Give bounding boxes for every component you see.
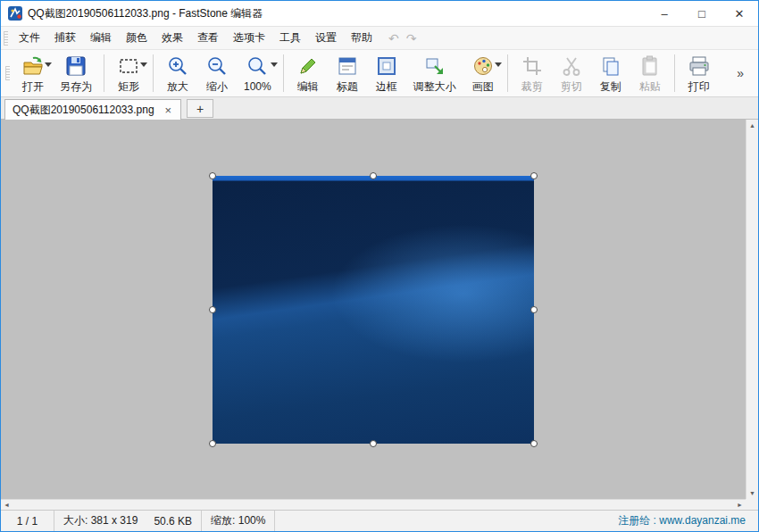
zoom-dropdown-arrow-icon[interactable] <box>271 62 278 67</box>
status-spacer <box>275 511 609 531</box>
selection-handle-n[interactable] <box>370 172 377 179</box>
caption-button[interactable]: 标题 <box>328 52 367 95</box>
status-image-size: 大小: 381 x 319 <box>63 513 138 528</box>
toolbar-grip <box>5 66 10 80</box>
printer-icon <box>688 54 711 78</box>
cut-label: 剪切 <box>561 80 582 93</box>
pencil-icon <box>296 54 320 78</box>
crop-icon <box>521 54 544 78</box>
clipboard-paste-icon <box>638 54 662 78</box>
border-label: 边框 <box>376 80 397 93</box>
canvas-viewport <box>1 120 746 499</box>
menu-effects[interactable]: 效果 <box>154 27 190 49</box>
border-frame-icon <box>375 54 398 78</box>
status-bar: 1 / 1 大小: 381 x 319 50.6 KB 缩放: 100% 注册给… <box>1 510 758 531</box>
menu-file[interactable]: 文件 <box>12 27 47 49</box>
caption-label: 标题 <box>337 80 358 93</box>
toolbar-separator <box>153 54 154 92</box>
rect-select-button[interactable]: 矩形 <box>109 52 148 95</box>
toolbar-separator <box>104 54 104 92</box>
menu-edit[interactable]: 编辑 <box>83 27 119 49</box>
open-label: 打开 <box>22 80 44 93</box>
scroll-down-arrow-icon[interactable]: ▼ <box>746 487 758 499</box>
copy-label: 复制 <box>600 80 621 93</box>
copy-button[interactable]: 复制 <box>591 52 630 95</box>
menu-tabs[interactable]: 选项卡 <box>226 27 272 49</box>
status-registered-to: 注册给 : www.dayanzai.me <box>609 511 758 531</box>
horizontal-scrollbar[interactable]: ◄ ► <box>1 499 746 510</box>
minimize-button[interactable]: – <box>646 1 683 26</box>
maximize-button[interactable]: □ <box>683 1 721 26</box>
draw-label: 画图 <box>472 80 494 93</box>
tab-active[interactable]: QQ截图20190506112033.png × <box>4 99 181 120</box>
window-controls: – □ ✕ <box>646 1 758 26</box>
toolbar-overflow-chevron[interactable]: » <box>731 62 749 84</box>
selection-handle-s[interactable] <box>370 440 377 447</box>
draw-button[interactable]: 画图 <box>463 52 503 95</box>
selection-handle-w[interactable] <box>209 306 216 313</box>
draw-dropdown-arrow-icon[interactable] <box>495 62 502 67</box>
menu-help[interactable]: 帮助 <box>344 27 380 49</box>
paste-button: 粘贴 <box>630 52 670 95</box>
resize-icon <box>423 54 446 78</box>
undo-icon[interactable]: ↶ <box>388 31 399 46</box>
selection-handle-se[interactable] <box>530 440 538 447</box>
faststone-app-icon <box>8 6 22 21</box>
zoom-100-button[interactable]: 100% <box>237 52 279 95</box>
image-selection[interactable] <box>213 176 534 444</box>
menu-bar: 文件 捕获 编辑 颜色 效果 查看 选项卡 工具 设置 帮助 ↶ ↷ <box>1 26 758 49</box>
zoom-out-label: 缩小 <box>206 80 228 93</box>
selection-handle-e[interactable] <box>530 306 538 313</box>
new-tab-button[interactable]: + <box>187 99 213 118</box>
zoom-out-button[interactable]: 缩小 <box>197 52 237 95</box>
rectangle-select-icon <box>117 54 140 78</box>
open-dropdown-arrow-icon[interactable] <box>45 62 52 67</box>
tab-label: QQ截图20190506112033.png <box>13 103 154 118</box>
print-button[interactable]: 打印 <box>680 52 719 95</box>
resize-button[interactable]: 调整大小 <box>406 52 463 95</box>
open-folder-icon <box>21 54 45 78</box>
status-zoom: 缩放: 100% <box>202 511 275 531</box>
scroll-up-arrow-icon[interactable]: ▲ <box>746 120 758 131</box>
scroll-right-arrow-icon[interactable]: ► <box>734 499 746 510</box>
save-as-button[interactable]: 另存为 <box>53 52 99 95</box>
paste-label: 粘贴 <box>639 80 661 93</box>
toolbar-separator <box>283 54 284 92</box>
save-as-label: 另存为 <box>60 80 92 93</box>
open-button[interactable]: 打开 <box>13 52 53 95</box>
vertical-scrollbar[interactable]: ▲ ▼ <box>746 120 758 499</box>
title-bar: QQ截图20190506112033.png - FastStone 编辑器 –… <box>1 1 758 26</box>
selection-handle-nw[interactable] <box>209 172 216 179</box>
image-content[interactable] <box>213 176 534 444</box>
zoom-100-icon <box>246 54 269 78</box>
print-label: 打印 <box>688 80 710 93</box>
tab-bar: QQ截图20190506112033.png × + <box>1 97 758 120</box>
menubar-grip <box>4 31 8 46</box>
close-button[interactable]: ✕ <box>721 1 758 26</box>
editor-canvas[interactable]: ▲ ▼ ◄ ► <box>1 120 758 510</box>
zoom-in-label: 放大 <box>167 80 188 93</box>
menu-view[interactable]: 查看 <box>190 27 226 49</box>
scroll-left-arrow-icon[interactable]: ◄ <box>1 499 13 510</box>
rect-select-dropdown-arrow-icon[interactable] <box>140 62 147 67</box>
status-file-size: 50.6 KB <box>154 515 192 528</box>
selection-handle-ne[interactable] <box>530 172 538 179</box>
menu-capture[interactable]: 捕获 <box>47 27 83 49</box>
zoom-out-icon <box>205 54 229 78</box>
crop-label: 裁剪 <box>521 80 543 93</box>
menu-colors[interactable]: 颜色 <box>119 27 154 49</box>
edit-button[interactable]: 编辑 <box>288 52 328 95</box>
tab-close-icon[interactable]: × <box>163 104 174 117</box>
status-size-cell: 大小: 381 x 319 50.6 KB <box>54 511 202 531</box>
window-title: QQ截图20190506112033.png - FastStone 编辑器 <box>28 6 263 21</box>
resize-label: 调整大小 <box>413 80 456 93</box>
crop-button: 裁剪 <box>513 52 552 95</box>
cut-button: 剪切 <box>552 52 591 95</box>
selection-handle-sw[interactable] <box>209 440 216 447</box>
redo-icon[interactable]: ↷ <box>406 31 417 46</box>
zoom-100-label: 100% <box>244 80 271 93</box>
menu-settings[interactable]: 设置 <box>308 27 344 49</box>
zoom-in-button[interactable]: 放大 <box>158 52 197 95</box>
border-button[interactable]: 边框 <box>367 52 406 95</box>
menu-tools[interactable]: 工具 <box>272 27 308 49</box>
